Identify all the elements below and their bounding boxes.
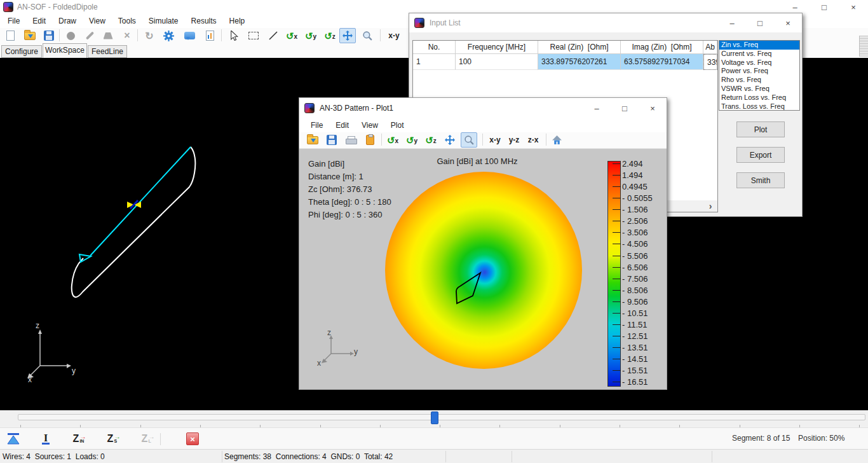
menu-file[interactable]: File — [304, 118, 329, 132]
close-button[interactable]: × — [639, 98, 667, 118]
listbox-item-current-vs-freq[interactable]: Current vs. Freq — [719, 50, 799, 59]
selection-box-button[interactable] — [247, 29, 261, 43]
table-cell-abs[interactable]: 339 — [703, 54, 717, 70]
red-x-icon: × — [186, 432, 199, 445]
slider-thumb[interactable] — [431, 411, 438, 424]
open-button[interactable] — [23, 29, 37, 43]
rotate-y-button[interactable]: ↺y — [405, 133, 419, 147]
column-header-frequency[interactable]: Frequency [MHz] — [456, 41, 538, 54]
rotate-x-button[interactable]: ↺x — [285, 29, 299, 43]
rotate-y-button[interactable]: ↺y — [304, 29, 318, 43]
toolbar-separator — [160, 433, 161, 445]
pattern-plot-area[interactable]: Gain [dBi] Distance [m]: 1 Zc [Ohm]: 376… — [299, 149, 667, 389]
minimize-button[interactable]: – — [583, 98, 611, 118]
maximize-button[interactable]: □ — [611, 98, 639, 118]
close-button[interactable]: × — [839, 0, 868, 14]
home-icon — [552, 135, 562, 145]
listbox-item-power-vs-freq[interactable]: Power vs. Freq — [719, 67, 799, 76]
input-impedance-button[interactable]: Z→IN — [70, 431, 89, 447]
modify-button[interactable] — [101, 29, 115, 43]
draw-line-button[interactable] — [266, 29, 280, 43]
move-tool-button[interactable] — [339, 28, 356, 43]
comments-button[interactable] — [182, 29, 196, 43]
table-cell-real-zin[interactable]: 333.897576207261 — [538, 54, 621, 70]
rotate-z-button[interactable]: ↺z — [424, 133, 438, 147]
close-button[interactable]: × — [774, 13, 802, 32]
menu-help[interactable]: Help — [223, 14, 252, 28]
select-tool-button[interactable] — [227, 29, 241, 43]
zoom-tool-button[interactable] — [461, 132, 477, 148]
listbox-item-return-loss-vs-freq[interactable]: Return Loss vs. Freq — [719, 93, 799, 102]
table-cell-imag-zin[interactable]: 63.5758927917034 — [621, 54, 703, 70]
menu-plot[interactable]: Plot — [384, 118, 410, 132]
menu-file[interactable]: File — [1, 14, 26, 28]
maximize-button[interactable]: □ — [810, 0, 839, 14]
view-xy-button[interactable]: x-y — [486, 133, 504, 147]
table-cell-frequency[interactable]: 100 — [456, 54, 538, 70]
maximize-button[interactable]: □ — [746, 13, 774, 32]
listbox-item-vswr-vs-freq[interactable]: VSWR vs. Freq — [719, 85, 799, 93]
move-tool-button[interactable] — [443, 133, 457, 147]
view-zx-button[interactable]: z-x — [524, 133, 542, 147]
colorbar — [607, 161, 621, 387]
column-header-real-zin[interactable]: Real (Zin) [Ohm] — [538, 41, 621, 54]
menu-draw[interactable]: Draw — [52, 14, 83, 28]
minimize-button[interactable]: – — [780, 0, 810, 14]
plot-button[interactable]: Plot — [736, 121, 785, 137]
menu-view[interactable]: View — [355, 118, 384, 132]
app-icon — [304, 103, 315, 113]
results-report-button[interactable] — [203, 29, 217, 43]
smith-button[interactable]: Smith — [736, 172, 785, 188]
run-simulation-button[interactable] — [161, 29, 175, 43]
listbox-item-trans-loss-vs-freq[interactable]: Trans. Loss vs. Freq — [719, 102, 799, 111]
print-button[interactable] — [344, 133, 358, 147]
refresh-button[interactable]: ↻ — [142, 29, 156, 43]
zoom-tool-button[interactable] — [360, 29, 374, 43]
tab-workspace[interactable]: WorkSpace — [43, 43, 87, 58]
close-results-button[interactable]: × — [186, 431, 200, 447]
column-header-no[interactable]: No. — [413, 41, 456, 54]
segment-slider-bar — [0, 410, 868, 427]
listbox-item-voltage-vs-freq[interactable]: Voltage vs. Freq — [719, 59, 799, 67]
listbox-item-rho-vs-freq[interactable]: Rho vs. Freq — [719, 76, 799, 85]
menu-simulate[interactable]: Simulate — [142, 14, 185, 28]
minimize-button[interactable]: – — [718, 13, 746, 32]
show-currents-button[interactable]: I — [39, 431, 52, 447]
status-segments: Segments: 38 Connections: 4 GNDs: 0 Tota… — [224, 452, 393, 461]
draw-circle-button[interactable] — [64, 29, 78, 43]
table-cell-no[interactable]: 1 — [413, 54, 456, 70]
colorbar-label: - 14.51 — [622, 354, 648, 364]
scroll-right-arrow[interactable]: › — [705, 200, 716, 212]
axis-label-z: z — [327, 328, 331, 337]
tab-feedline[interactable]: FeedLine — [88, 45, 127, 58]
tab-configure[interactable]: Configure — [1, 45, 42, 58]
status-separator — [222, 451, 222, 462]
status-separator — [712, 451, 712, 462]
save-button[interactable] — [42, 29, 56, 43]
save-button[interactable] — [325, 133, 339, 147]
menu-tools[interactable]: Tools — [112, 14, 142, 28]
column-header-imag-zin[interactable]: Imag (Zin) [Ohm] — [621, 41, 703, 54]
antenna-view-button[interactable] — [5, 431, 22, 447]
rotate-z-button[interactable]: ↺z — [323, 29, 337, 43]
rotate-x-button[interactable]: ↺x — [386, 133, 400, 147]
source-impedance-button[interactable]: Z→S — [105, 431, 122, 447]
pattern-toolbar: ↺x ↺y ↺z x-y y-z z-x — [299, 132, 667, 149]
view-xy-button[interactable]: x-y — [385, 29, 403, 43]
copy-button[interactable] — [363, 133, 377, 147]
menu-edit[interactable]: Edit — [26, 14, 52, 28]
column-header-abs[interactable]: Ab — [703, 41, 717, 54]
slider-track[interactable] — [18, 414, 865, 420]
new-project-button[interactable] — [3, 29, 17, 43]
menu-results[interactable]: Results — [185, 14, 223, 28]
home-view-button[interactable] — [550, 133, 564, 147]
listbox-item-zin-vs-freq[interactable]: Zin vs. Freq — [719, 41, 799, 50]
edit-button[interactable] — [83, 29, 97, 43]
refresh-icon: ↻ — [145, 30, 153, 42]
view-yz-button[interactable]: y-z — [505, 133, 523, 147]
menu-view[interactable]: View — [83, 14, 112, 28]
delete-button[interactable]: × — [120, 29, 134, 43]
menu-edit[interactable]: Edit — [329, 118, 355, 132]
open-button[interactable] — [306, 133, 320, 147]
export-button[interactable]: Export — [736, 147, 785, 163]
